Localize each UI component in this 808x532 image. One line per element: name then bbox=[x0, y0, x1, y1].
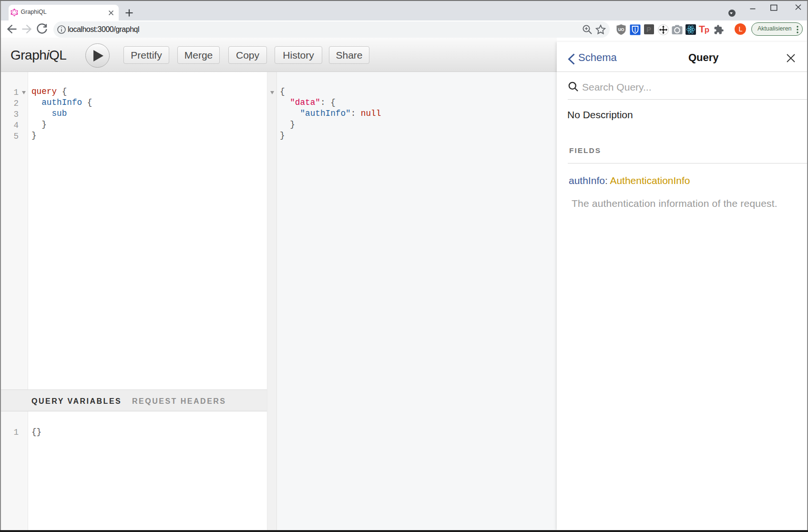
svg-text:UO: UO bbox=[618, 27, 624, 32]
